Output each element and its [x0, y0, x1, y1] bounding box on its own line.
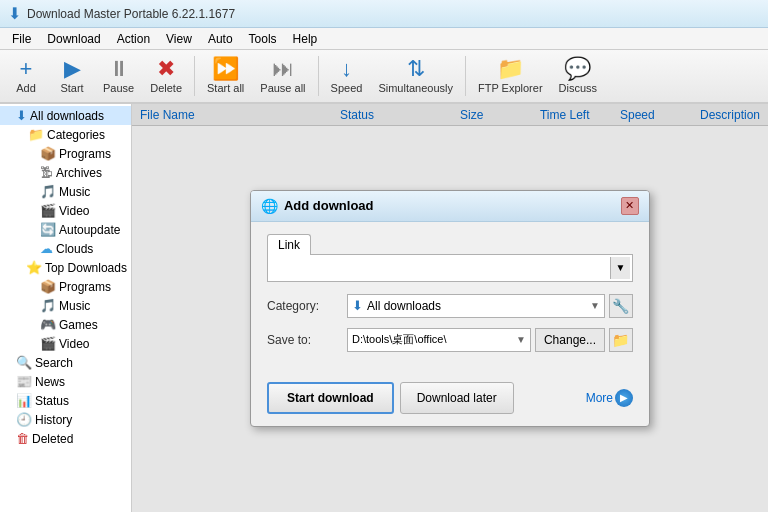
tree-icon-top-programs: 📦	[40, 279, 56, 294]
sidebar-label-top-downloads: Top Downloads	[45, 261, 127, 275]
sidebar-item-status[interactable]: 📊Status	[0, 391, 131, 410]
toolbar-divider-1	[194, 56, 195, 96]
modal-close-button[interactable]: ✕	[621, 197, 639, 215]
sidebar-label-deleted: Deleted	[32, 432, 73, 446]
menu-item-tools[interactable]: Tools	[241, 30, 285, 48]
sidebar-item-deleted[interactable]: 🗑Deleted	[0, 429, 131, 448]
toolbar-btn-ftp-explorer[interactable]: 📁FTP Explorer	[471, 52, 550, 100]
save-to-row: Save to: D:\tools\桌面\office\ ▼ Change...…	[267, 328, 633, 352]
start-label: Start	[60, 82, 83, 94]
menu-item-file[interactable]: File	[4, 30, 39, 48]
toolbar-btn-start-all[interactable]: ⏩Start all	[200, 52, 251, 100]
toolbar-btn-add[interactable]: +Add	[4, 52, 48, 100]
pause-label: Pause	[103, 82, 134, 94]
category-edit-button[interactable]: 🔧	[609, 294, 633, 318]
title-bar: ⬇ Download Master Portable 6.22.1.1677	[0, 0, 768, 28]
tree-icon-top-games: 🎮	[40, 317, 56, 332]
toolbar-btn-simultaneously[interactable]: ⇅Simultaneously	[371, 52, 460, 100]
start-all-label: Start all	[207, 82, 244, 94]
modal-footer: Start download Download later More ▶	[251, 374, 649, 426]
category-value: All downloads	[367, 299, 590, 313]
link-dropdown-button[interactable]: ▼	[610, 257, 630, 279]
menu-bar: FileDownloadActionViewAutoToolsHelp	[0, 28, 768, 50]
toolbar-btn-pause-all[interactable]: ⏭Pause all	[253, 52, 312, 100]
add-icon: +	[20, 58, 33, 80]
sidebar: ⬇All downloads📁Categories📦Programs🗜Archi…	[0, 104, 132, 512]
sidebar-label-all-downloads: All downloads	[30, 109, 104, 123]
sidebar-item-search[interactable]: 🔍Search	[0, 353, 131, 372]
sidebar-item-top-downloads[interactable]: ⭐Top Downloads	[0, 258, 131, 277]
sidebar-label-clouds: Clouds	[56, 242, 93, 256]
sidebar-label-video: Video	[59, 204, 89, 218]
sidebar-item-programs[interactable]: 📦Programs	[0, 144, 131, 163]
toolbar-btn-discuss[interactable]: 💬Discuss	[552, 52, 605, 100]
main-area: ⬇All downloads📁Categories📦Programs🗜Archi…	[0, 104, 768, 512]
toolbar-btn-start[interactable]: ▶Start	[50, 52, 94, 100]
sidebar-item-news[interactable]: 📰News	[0, 372, 131, 391]
category-row: Category: ⬇ All downloads ▼ 🔧	[267, 294, 633, 318]
tree-icon-categories: 📁	[28, 127, 44, 142]
link-tab[interactable]: Link	[267, 234, 311, 255]
tree-icon-video: 🎬	[40, 203, 56, 218]
category-dropdown-icon: ▼	[590, 300, 600, 311]
delete-icon: ✖	[157, 58, 175, 80]
sidebar-item-clouds[interactable]: ☁Clouds	[0, 239, 131, 258]
pause-all-label: Pause all	[260, 82, 305, 94]
link-input[interactable]	[270, 257, 610, 279]
start-download-button[interactable]: Start download	[267, 382, 394, 414]
tree-icon-programs: 📦	[40, 146, 56, 161]
sidebar-item-video[interactable]: 🎬Video	[0, 201, 131, 220]
sidebar-label-search: Search	[35, 356, 73, 370]
category-select-wrapper: ⬇ All downloads ▼ 🔧	[347, 294, 633, 318]
sidebar-label-programs: Programs	[59, 147, 111, 161]
sidebar-label-top-programs: Programs	[59, 280, 111, 294]
change-button[interactable]: Change...	[535, 328, 605, 352]
sidebar-item-top-music[interactable]: 🎵Music	[0, 296, 131, 315]
menu-item-action[interactable]: Action	[109, 30, 158, 48]
start-icon: ▶	[64, 58, 81, 80]
sidebar-label-status: Status	[35, 394, 69, 408]
modal-overlay: 🌐 Add download ✕ Link ▼	[132, 104, 768, 512]
menu-item-auto[interactable]: Auto	[200, 30, 241, 48]
toolbar-divider-2	[318, 56, 319, 96]
menu-item-view[interactable]: View	[158, 30, 200, 48]
toolbar-btn-speed[interactable]: ↓Speed	[324, 52, 370, 100]
link-input-row: ▼	[267, 254, 633, 282]
save-to-select[interactable]: D:\tools\桌面\office\ ▼	[347, 328, 531, 352]
menu-item-help[interactable]: Help	[285, 30, 326, 48]
sidebar-item-top-games[interactable]: 🎮Games	[0, 315, 131, 334]
link-section: Link ▼	[267, 234, 633, 282]
toolbar: +Add▶Start⏸Pause✖Delete⏩Start all⏭Pause …	[0, 50, 768, 104]
sidebar-item-history[interactable]: 🕘History	[0, 410, 131, 429]
folder-icon: 📁	[612, 332, 629, 348]
toolbar-btn-delete[interactable]: ✖Delete	[143, 52, 189, 100]
tree-icon-music: 🎵	[40, 184, 56, 199]
download-later-button[interactable]: Download later	[400, 382, 514, 414]
sidebar-item-music[interactable]: 🎵Music	[0, 182, 131, 201]
save-to-label: Save to:	[267, 333, 347, 347]
sidebar-item-autoupdate[interactable]: 🔄Autoupdate	[0, 220, 131, 239]
more-link[interactable]: More ▶	[586, 389, 633, 407]
pause-icon: ⏸	[108, 58, 130, 80]
speed-icon: ↓	[341, 58, 352, 80]
simultaneously-label: Simultaneously	[378, 82, 453, 94]
discuss-icon: 💬	[564, 58, 591, 80]
sidebar-item-archives[interactable]: 🗜Archives	[0, 163, 131, 182]
app-title: Download Master Portable 6.22.1.1677	[27, 7, 235, 21]
sidebar-item-all-downloads[interactable]: ⬇All downloads	[0, 106, 131, 125]
simultaneously-icon: ⇅	[407, 58, 425, 80]
sidebar-label-autoupdate: Autoupdate	[59, 223, 120, 237]
add-download-modal: 🌐 Add download ✕ Link ▼	[250, 190, 650, 427]
toolbar-btn-pause[interactable]: ⏸Pause	[96, 52, 141, 100]
menu-item-download[interactable]: Download	[39, 30, 108, 48]
save-to-value: D:\tools\桌面\office\	[352, 332, 516, 347]
sidebar-item-top-video[interactable]: 🎬Video	[0, 334, 131, 353]
tree-icon-top-music: 🎵	[40, 298, 56, 313]
sidebar-label-categories: Categories	[47, 128, 105, 142]
more-icon: ▶	[615, 389, 633, 407]
category-select[interactable]: ⬇ All downloads ▼	[347, 294, 605, 318]
tree-icon-search: 🔍	[16, 355, 32, 370]
sidebar-item-top-programs[interactable]: 📦Programs	[0, 277, 131, 296]
sidebar-item-categories[interactable]: 📁Categories	[0, 125, 131, 144]
save-to-folder-button[interactable]: 📁	[609, 328, 633, 352]
